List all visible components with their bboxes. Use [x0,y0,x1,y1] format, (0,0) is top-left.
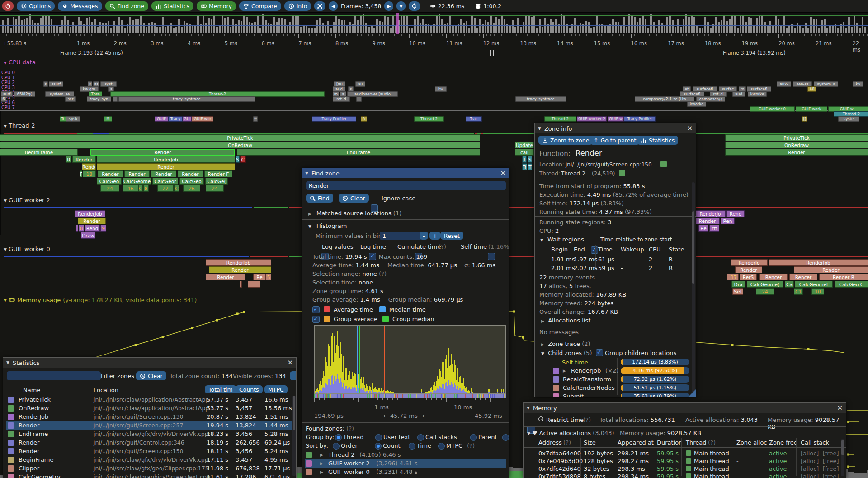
compare-button[interactable]: Compare [239,1,281,11]
zone[interactable]: C [240,156,246,163]
zone[interactable]: OnRedraw [725,142,868,148]
zone[interactable]: Render [178,170,203,177]
child-zone-name[interactable]: RenderJob [571,367,601,374]
frame-label-left[interactable]: Frame 3,193 (22.45 ms) [60,50,123,56]
zone[interactable]: RenderJob [769,259,868,266]
cpu-zone[interactable]: Tracy Profiler [312,116,356,122]
sort-by-radio-time[interactable] [409,443,415,450]
cpu-zone[interactable]: rot_d [333,96,350,102]
cpu-zone[interactable]: GUIF wor [192,116,213,122]
cpu-zone[interactable]: Trac [466,116,482,122]
zone[interactable]: Sef [732,288,743,295]
zone[interactable] [248,281,260,288]
cpu-zone[interactable]: syste [838,116,859,122]
histogram-plot[interactable] [314,325,506,394]
zone[interactable]: Render [124,170,150,177]
zone[interactable]: S [528,156,532,163]
zone[interactable]: Rend [85,225,100,232]
column-header-location[interactable]: Location [94,387,118,393]
expand-icon[interactable]: ▶ [308,212,311,216]
thread-header[interactable]: ▼ GUIF worker 0 [4,246,50,252]
find-zone-titlebar[interactable]: ▼ Find zone ✕ [302,168,509,178]
zone[interactable]: 26 [183,185,200,192]
zone[interactable]: Render [735,266,762,273]
clear-button[interactable]: Clear [339,194,369,203]
zone[interactable]: PrivateTick [725,134,868,141]
cpu-zone[interactable]: kv [853,81,863,87]
zone[interactable]: CalcGeome( [747,281,783,288]
sort-by-radio-mtpc[interactable] [438,443,445,450]
zone[interactable]: C [174,185,179,192]
cpu-zone[interactable]: 65l82g( [14,91,35,97]
child-zones-label[interactable]: Child zones [548,350,582,356]
zone[interactable]: RenderJob [206,259,271,266]
zone[interactable]: BeginFrame [0,149,78,156]
zone[interactable]: 24 [100,185,119,192]
close-icon[interactable]: ✕ [837,405,843,412]
frame-label-right[interactable]: Frame 3,194 (13.92 ms) [723,50,786,56]
cpu-zone[interactable]: GUIF [155,116,168,122]
zone[interactable]: RenderJo [731,259,768,266]
zone[interactable]: 16 [123,185,138,192]
zone[interactable]: T [522,156,527,163]
zone[interactable]: EndFrame [237,149,480,156]
zone[interactable] [240,281,242,288]
cpu-zone[interactable]: tracy_systrace [515,96,566,102]
cpu-zone[interactable]: kworke [748,91,767,97]
find-zone-button[interactable]: Find zone [105,1,148,11]
zone[interactable]: Render [72,156,96,163]
cpu-zone[interactable]: GUIF w [608,116,624,122]
cpu-data-header[interactable]: ▼ CPU data [4,59,36,66]
cpu-zone[interactable]: ~ [356,96,362,102]
zone[interactable]: Ca [785,281,794,288]
zone[interactable]: RerS [740,274,757,280]
statistics-button[interactable]: Statistics [151,1,193,11]
location-color-swatch[interactable] [660,161,667,167]
cpu-zone[interactable]: audioserver [audio [347,91,398,97]
scrollbar[interactable] [841,439,844,476]
zone[interactable]: RenderJob [97,156,235,163]
zone[interactable]: Render [90,149,235,156]
frame-dropdown-button[interactable]: ▼ [396,1,406,11]
cpu-zone[interactable]: system_s [814,81,838,87]
histogram-zone-band[interactable] [314,394,506,398]
zone[interactable]: Rende [82,163,96,170]
allocations-list-label[interactable]: Allocations list [548,317,590,324]
cpu-zone[interactable]: M [104,116,112,122]
close-icon[interactable]: ✕ [287,360,293,366]
cpu-zone[interactable]: GUIF worker 2 [577,116,607,122]
zone[interactable] [76,225,78,232]
group-by-radio-no-grouping[interactable] [502,434,509,441]
zone[interactable]: C [138,185,143,192]
zone[interactable]: Draw [81,232,95,239]
cpu-zone[interactable]: A [361,116,367,122]
zone[interactable]: call [515,149,534,156]
info-button[interactable]: Info [284,1,311,11]
cpu-zone[interactable]: GUIF worker 0 [750,106,795,112]
frame-overview[interactable] [0,13,868,34]
zone[interactable]: Rend [726,210,745,217]
min-bin-input[interactable]: 1 [380,232,422,240]
cpu-zone[interactable]: composer@2.1-se (Hw [635,96,694,102]
cpu-zone[interactable]: Tracy [168,116,183,122]
zone[interactable]: -17 [727,274,739,280]
location-value[interactable]: jni/../jni/src/guif/Screen.cpp:150 [566,161,652,168]
thread-header[interactable]: ▼ Thread-2 [4,122,35,129]
thread-value[interactable]: Thread-2 [561,170,585,177]
statistics-button[interactable]: Statistics [637,136,678,145]
time-ruler[interactable]: +55.83 s1 ms2 ms3 ms4 ms5 ms6 ms7 ms8 ms… [0,34,868,50]
zone[interactable]: T [528,163,532,170]
zone[interactable]: RenderJo [695,210,726,217]
group-average-checkbox[interactable] [312,316,320,323]
zone-info-titlebar[interactable]: ▼ Zone info ✕ [535,123,696,133]
cpu-zone[interactable]: sysk [66,116,80,122]
go-to-parent-button[interactable]: ↑Go to parent [590,136,640,145]
zone[interactable]: Re [253,274,266,280]
cpu-zone[interactable]: ~ [253,116,258,122]
cpu-zone[interactable]: aux- [777,81,791,87]
zone[interactable]: Render [725,149,868,156]
cpu-zone[interactable]: ~ [113,96,118,102]
zone[interactable]: Rencer [789,274,817,280]
cpu-zone[interactable]: GUI [183,116,192,122]
cpu-zone[interactable]: A8 [807,86,816,92]
